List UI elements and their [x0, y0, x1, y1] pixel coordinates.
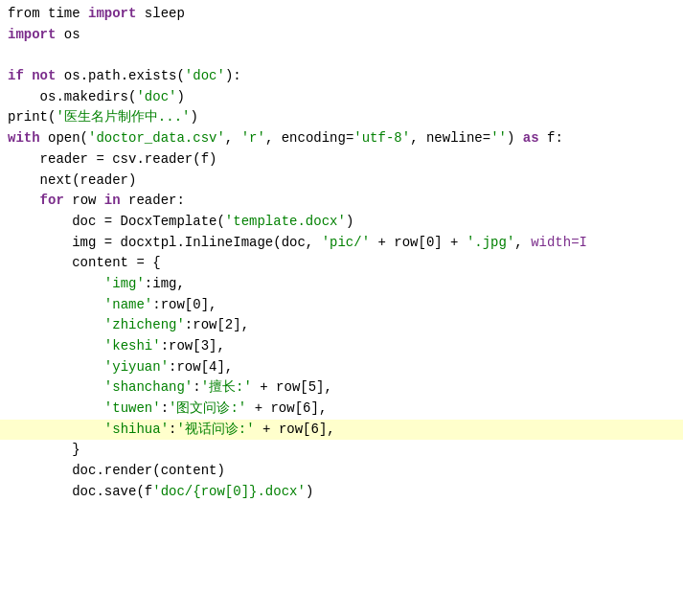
- code-line: }: [0, 440, 683, 461]
- code-line: doc.render(content): [0, 461, 683, 482]
- code-line: doc.save(f'doc/{row[0]}.docx'): [0, 482, 683, 503]
- code-line: [0, 45, 683, 66]
- code-line: with open('doctor_data.csv', 'r', encodi…: [0, 128, 683, 149]
- code-line: os.makedirs('doc'): [0, 87, 683, 108]
- code-line: reader = csv.reader(f): [0, 149, 683, 171]
- code-line: 'img':img,: [0, 274, 683, 295]
- code-editor: from time import sleep import os if not …: [0, 0, 683, 616]
- code-line: 'name':row[0],: [0, 295, 683, 316]
- code-line: for row in reader:: [0, 191, 683, 212]
- code-line: doc = DocxTemplate('template.docx'): [0, 212, 683, 233]
- code-line: img = docxtpl.InlineImage(doc, 'pic/' + …: [0, 233, 683, 254]
- code-line: 'tuwen':'图文问诊:' + row[6],: [0, 399, 683, 420]
- code-line: print('医生名片制作中...'): [0, 107, 683, 128]
- code-line: if not os.path.exists('doc'):: [0, 66, 683, 87]
- code-line: 'keshi':row[3],: [0, 336, 683, 357]
- code-line: import os: [0, 25, 683, 46]
- code-line: content = {: [0, 253, 683, 274]
- code-line: 'yiyuan':row[4],: [0, 357, 683, 378]
- code-line: 'zhicheng':row[2],: [0, 315, 683, 336]
- code-line: from time import sleep: [0, 4, 683, 25]
- code-line-highlighted: 'shihua':'视话问诊:' + row[6],: [0, 420, 683, 441]
- code-line: 'shanchang':'擅长:' + row[5],: [0, 377, 683, 399]
- code-line: next(reader): [0, 171, 683, 192]
